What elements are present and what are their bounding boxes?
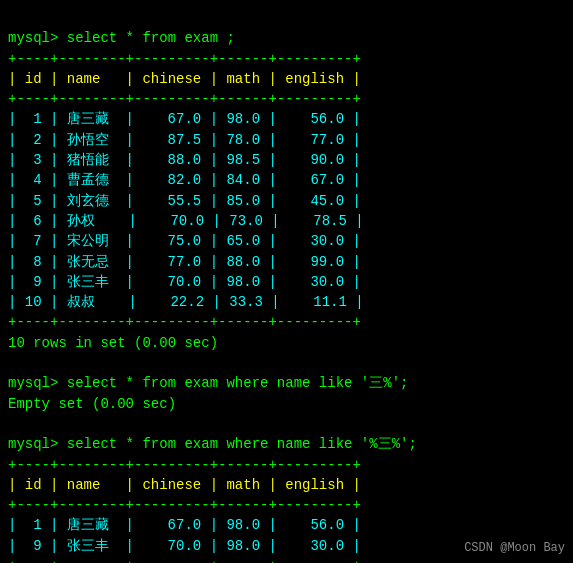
terminal-line-0: mysql> select * from exam ; xyxy=(8,30,235,46)
terminal-output: mysql> select * from exam ; +----+------… xyxy=(8,8,565,563)
terminal-line-4: | 1 | 唐三藏 | 67.0 | 98.0 | 56.0 | xyxy=(8,111,361,127)
terminal-line-2: | id | name | chinese | math | english | xyxy=(8,71,361,87)
terminal-line-12: | 9 | 张三丰 | 70.0 | 98.0 | 30.0 | xyxy=(8,274,361,290)
terminal-line-22: | id | name | chinese | math | english | xyxy=(8,477,361,493)
watermark: CSDN @Moon Bay xyxy=(464,541,565,555)
terminal-line-15: 10 rows in set (0.00 sec) xyxy=(8,335,218,351)
terminal-line-13: | 10 | 叔叔 | 22.2 | 33.3 | 11.1 | xyxy=(8,294,364,310)
terminal-line-5: | 2 | 孙悟空 | 87.5 | 78.0 | 77.0 | xyxy=(8,132,361,148)
terminal-line-24: | 1 | 唐三藏 | 67.0 | 98.0 | 56.0 | xyxy=(8,517,361,533)
terminal-line-3: +----+--------+---------+------+--------… xyxy=(8,91,361,107)
terminal-line-8: | 5 | 刘玄德 | 55.5 | 85.0 | 45.0 | xyxy=(8,193,361,209)
terminal-line-25: | 9 | 张三丰 | 70.0 | 98.0 | 30.0 | xyxy=(8,538,361,554)
terminal-line-6: | 3 | 猪悟能 | 88.0 | 98.5 | 90.0 | xyxy=(8,152,361,168)
terminal-line-11: | 8 | 张无忌 | 77.0 | 88.0 | 99.0 | xyxy=(8,254,361,270)
terminal-line-9: | 6 | 孙权 | 70.0 | 73.0 | 78.5 | xyxy=(8,213,364,229)
terminal-line-21: +----+--------+---------+------+--------… xyxy=(8,457,361,473)
terminal-line-17: mysql> select * from exam where name lik… xyxy=(8,375,408,391)
terminal-line-23: +----+--------+---------+------+--------… xyxy=(8,497,361,513)
terminal-line-7: | 4 | 曹孟德 | 82.0 | 84.0 | 67.0 | xyxy=(8,172,361,188)
terminal-line-10: | 7 | 宋公明 | 75.0 | 65.0 | 30.0 | xyxy=(8,233,361,249)
terminal-line-14: +----+--------+---------+------+--------… xyxy=(8,314,361,330)
terminal-line-18: Empty set (0.00 sec) xyxy=(8,396,176,412)
terminal-line-26: +----+--------+---------+------+--------… xyxy=(8,558,361,563)
terminal-line-20: mysql> select * from exam where name lik… xyxy=(8,436,417,452)
terminal-line-1: +----+--------+---------+------+--------… xyxy=(8,51,361,67)
